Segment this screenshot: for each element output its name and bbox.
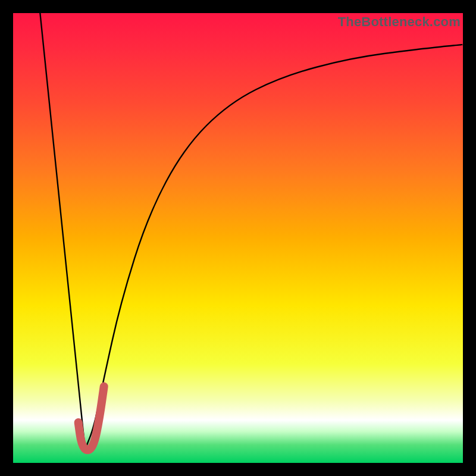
chart-canvas xyxy=(13,13,463,463)
plot-area: TheBottleneck.com xyxy=(13,13,463,463)
watermark-label: TheBottleneck.com xyxy=(338,14,461,30)
chart-frame: TheBottleneck.com xyxy=(0,0,476,476)
gradient-background xyxy=(13,13,463,463)
